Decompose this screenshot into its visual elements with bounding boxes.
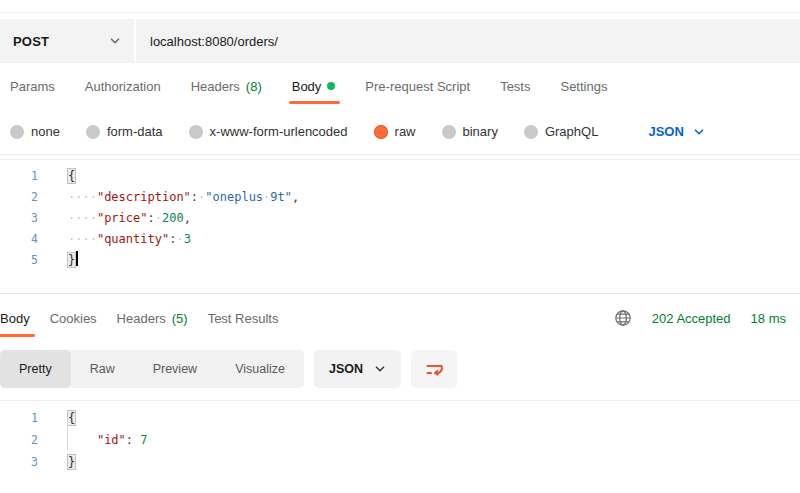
line-number: 1: [0, 166, 48, 187]
tab-label: Cookies: [50, 311, 97, 326]
token-ws: ·: [176, 232, 183, 246]
tab-tests[interactable]: Tests: [500, 63, 530, 109]
chevron-down-icon: [693, 126, 705, 138]
code-line: 4····"quantity":·3: [0, 229, 800, 250]
tab-settings[interactable]: Settings: [560, 63, 607, 109]
radio-button-icon: [442, 125, 456, 139]
body-type-x-www-form-urlencoded[interactable]: x-www-form-urlencoded: [189, 124, 348, 139]
token-punct: :: [126, 433, 133, 447]
body-type-label: x-www-form-urlencoded: [210, 124, 348, 139]
indent-guide: [67, 418, 68, 450]
token-num: 3: [184, 232, 191, 246]
tab-headers[interactable]: Headers(8): [191, 63, 262, 109]
body-type-raw[interactable]: raw: [374, 124, 416, 139]
body-type-label: raw: [395, 124, 416, 139]
token-punct: :: [147, 211, 154, 225]
body-type-form-data[interactable]: form-data: [86, 124, 163, 139]
view-raw[interactable]: Raw: [71, 350, 134, 388]
response-tab-cookies[interactable]: Cookies: [50, 294, 97, 342]
token-key: "price": [97, 211, 148, 225]
code-line: 2····"description":·"oneplus·9t",: [0, 187, 800, 208]
response-language-label: JSON: [329, 362, 363, 376]
body-type-graphql[interactable]: GraphQL: [524, 124, 598, 139]
code-text[interactable]: ····"quantity":·3: [48, 229, 191, 250]
token-str: "oneplus: [205, 190, 263, 204]
token-str: 9t": [270, 190, 292, 204]
tab-params[interactable]: Params: [10, 63, 55, 109]
token-ws: ····: [68, 232, 97, 246]
code-text[interactable]: {: [48, 166, 75, 187]
token-punct: ,: [292, 190, 299, 204]
window-top-strip: [0, 0, 800, 13]
tab-label: Settings: [560, 79, 607, 94]
tab-count-badge: (8): [246, 79, 262, 94]
code-line: 1{: [0, 407, 800, 429]
token-brace: {: [68, 411, 75, 425]
token-key: "quantity": [97, 232, 169, 246]
body-type-row: noneform-datax-www-form-urlencodedrawbin…: [0, 109, 800, 155]
body-type-label: binary: [463, 124, 498, 139]
tab-authorization[interactable]: Authorization: [85, 63, 161, 109]
request-url-bar: POST: [0, 19, 800, 63]
token-ws: ····: [68, 190, 97, 204]
body-type-label: GraphQL: [545, 124, 598, 139]
tab-label: Tests: [500, 79, 530, 94]
tab-pre-request-script[interactable]: Pre-request Script: [365, 63, 470, 109]
response-meta: 202 Accepted 18 ms: [614, 294, 786, 342]
token-ws: ····: [68, 211, 97, 225]
radio-button-icon: [10, 125, 24, 139]
method-label: POST: [13, 34, 49, 49]
response-tab-headers[interactable]: Headers(5): [117, 294, 188, 342]
code-text[interactable]: }: [48, 451, 75, 473]
body-type-none[interactable]: none: [10, 124, 60, 139]
chevron-down-icon: [374, 363, 386, 375]
view-preview[interactable]: Preview: [134, 350, 216, 388]
request-bar-wrap: POST: [0, 13, 800, 63]
tab-label: Body: [292, 79, 322, 94]
method-selector[interactable]: POST: [0, 19, 136, 63]
response-tab-test-results[interactable]: Test Results: [208, 294, 279, 342]
token-brace: }: [68, 253, 75, 267]
body-type-binary[interactable]: binary: [442, 124, 498, 139]
line-wrap-icon: [424, 359, 445, 380]
tab-label: Pre-request Script: [365, 79, 470, 94]
radio-button-icon: [189, 125, 203, 139]
raw-language-selector[interactable]: JSON: [648, 124, 704, 139]
view-visualize[interactable]: Visualize: [216, 350, 304, 388]
line-number: 2: [0, 187, 48, 208]
response-view-switcher: PrettyRawPreviewVisualize: [0, 350, 304, 388]
wrap-line-button[interactable]: [411, 350, 457, 388]
token-ws: ·: [155, 211, 162, 225]
token-brace: }: [68, 455, 75, 469]
response-language-selector[interactable]: JSON: [314, 350, 401, 388]
chevron-down-icon: [109, 35, 121, 47]
line-number: 5: [0, 250, 48, 271]
token-key: "id": [97, 433, 126, 447]
view-pretty[interactable]: Pretty: [0, 350, 71, 388]
request-tabs-list: ParamsAuthorizationHeaders(8)BodyPre-req…: [0, 63, 800, 109]
code-line: 3}: [0, 451, 800, 473]
radio-button-icon: [374, 125, 388, 139]
url-input[interactable]: [136, 19, 800, 63]
tab-label: Params: [10, 79, 55, 94]
line-number: 3: [0, 451, 48, 473]
code-text[interactable]: "id": 7: [48, 429, 148, 451]
tab-label: Body: [0, 311, 30, 326]
token-punct: :: [191, 190, 198, 204]
response-tab-body[interactable]: Body: [0, 294, 30, 342]
code-text[interactable]: ····"price":·200,: [48, 208, 191, 229]
line-number: 3: [0, 208, 48, 229]
code-text[interactable]: }: [48, 250, 78, 271]
tab-body[interactable]: Body: [292, 63, 336, 109]
code-text[interactable]: ····"description":·"oneplus·9t",: [48, 187, 299, 208]
code-line: 2 "id": 7: [0, 429, 800, 451]
response-body-editor[interactable]: 1{2 "id": 73}: [0, 400, 800, 485]
request-body-editor[interactable]: 1{2····"description":·"oneplus·9t",3····…: [0, 159, 800, 283]
code-line: 3····"price":·200,: [0, 208, 800, 229]
tab-label: Headers: [191, 79, 240, 94]
tab-label: Authorization: [85, 79, 161, 94]
code-line: 1{: [0, 166, 800, 187]
code-text[interactable]: {: [48, 407, 75, 429]
body-type-label: form-data: [107, 124, 163, 139]
body-type-label: none: [31, 124, 60, 139]
